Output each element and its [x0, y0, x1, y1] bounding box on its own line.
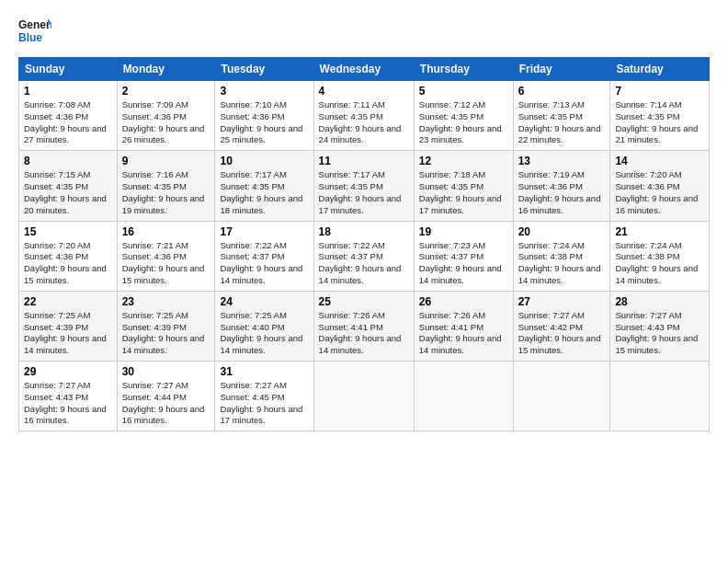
- day-number: 7: [615, 85, 704, 98]
- day-number: 17: [220, 225, 308, 238]
- week-row-3: 15 Sunrise: 7:20 AM Sunset: 4:36 PM Dayl…: [19, 221, 710, 291]
- day-cell: 27 Sunrise: 7:27 AM Sunset: 4:42 PM Dayl…: [513, 291, 610, 361]
- day-cell: 19 Sunrise: 7:23 AM Sunset: 4:37 PM Dayl…: [414, 221, 513, 291]
- day-info: Sunrise: 7:27 AM Sunset: 4:45 PM Dayligh…: [220, 380, 308, 427]
- day-info: Sunrise: 7:25 AM Sunset: 4:39 PM Dayligh…: [122, 310, 210, 357]
- header-row: SundayMondayTuesdayWednesdayThursdayFrid…: [19, 58, 710, 81]
- day-cell: 26 Sunrise: 7:26 AM Sunset: 4:41 PM Dayl…: [414, 291, 513, 361]
- day-info: Sunrise: 7:21 AM Sunset: 4:36 PM Dayligh…: [122, 240, 210, 287]
- day-number: 1: [24, 85, 112, 98]
- day-info: Sunrise: 7:26 AM Sunset: 4:41 PM Dayligh…: [419, 310, 508, 357]
- day-number: 13: [518, 155, 606, 167]
- page: General Blue SundayMondayTuesdayWednesda…: [0, 0, 728, 441]
- day-info: Sunrise: 7:14 AM Sunset: 4:35 PM Dayligh…: [615, 99, 704, 146]
- day-number: 22: [24, 295, 112, 308]
- day-number: 20: [518, 225, 606, 238]
- day-info: Sunrise: 7:23 AM Sunset: 4:37 PM Dayligh…: [419, 240, 508, 287]
- day-cell: 29 Sunrise: 7:27 AM Sunset: 4:43 PM Dayl…: [19, 362, 118, 431]
- day-info: Sunrise: 7:12 AM Sunset: 4:35 PM Dayligh…: [419, 99, 508, 146]
- day-number: 30: [122, 365, 210, 378]
- day-cell: 5 Sunrise: 7:12 AM Sunset: 4:35 PM Dayli…: [414, 81, 513, 151]
- day-cell: 30 Sunrise: 7:27 AM Sunset: 4:44 PM Dayl…: [117, 362, 215, 431]
- day-number: 16: [122, 225, 210, 238]
- col-header-thursday: Thursday: [414, 58, 513, 81]
- day-cell: 21 Sunrise: 7:24 AM Sunset: 4:38 PM Dayl…: [610, 221, 710, 291]
- col-header-friday: Friday: [513, 58, 610, 81]
- day-number: 15: [24, 225, 112, 238]
- day-cell: 7 Sunrise: 7:14 AM Sunset: 4:35 PM Dayli…: [610, 81, 710, 151]
- day-number: 19: [419, 225, 508, 238]
- day-number: 12: [419, 155, 508, 167]
- day-info: Sunrise: 7:24 AM Sunset: 4:38 PM Dayligh…: [518, 240, 606, 287]
- day-cell: 1 Sunrise: 7:08 AM Sunset: 4:36 PM Dayli…: [19, 81, 118, 151]
- day-cell: 4 Sunrise: 7:11 AM Sunset: 4:35 PM Dayli…: [313, 81, 414, 151]
- day-number: 29: [24, 365, 112, 378]
- day-number: 25: [319, 295, 409, 308]
- day-number: 11: [319, 155, 409, 167]
- day-number: 18: [319, 225, 409, 238]
- day-cell: 18 Sunrise: 7:22 AM Sunset: 4:37 PM Dayl…: [313, 221, 414, 291]
- day-number: 26: [419, 295, 508, 308]
- day-number: 21: [615, 225, 704, 238]
- header: General Blue: [18, 17, 710, 46]
- calendar-table: SundayMondayTuesdayWednesdayThursdayFrid…: [18, 57, 710, 431]
- day-info: Sunrise: 7:20 AM Sunset: 4:36 PM Dayligh…: [615, 169, 704, 216]
- day-cell: 31 Sunrise: 7:27 AM Sunset: 4:45 PM Dayl…: [215, 362, 313, 431]
- svg-text:General: General: [18, 18, 51, 31]
- week-row-4: 22 Sunrise: 7:25 AM Sunset: 4:39 PM Dayl…: [19, 291, 710, 361]
- day-cell: 22 Sunrise: 7:25 AM Sunset: 4:39 PM Dayl…: [19, 291, 118, 361]
- day-info: Sunrise: 7:27 AM Sunset: 4:44 PM Dayligh…: [122, 380, 210, 427]
- day-number: 31: [220, 365, 308, 378]
- day-number: 23: [122, 295, 210, 308]
- day-cell: 12 Sunrise: 7:18 AM Sunset: 4:35 PM Dayl…: [414, 151, 513, 221]
- day-info: Sunrise: 7:15 AM Sunset: 4:35 PM Dayligh…: [24, 169, 112, 216]
- day-info: Sunrise: 7:26 AM Sunset: 4:41 PM Dayligh…: [319, 310, 409, 357]
- week-row-1: 1 Sunrise: 7:08 AM Sunset: 4:36 PM Dayli…: [19, 81, 710, 151]
- day-number: 10: [220, 155, 308, 167]
- day-info: Sunrise: 7:09 AM Sunset: 4:36 PM Dayligh…: [122, 99, 210, 146]
- day-cell: 15 Sunrise: 7:20 AM Sunset: 4:36 PM Dayl…: [19, 221, 118, 291]
- day-cell: 16 Sunrise: 7:21 AM Sunset: 4:36 PM Dayl…: [117, 221, 215, 291]
- day-info: Sunrise: 7:22 AM Sunset: 4:37 PM Dayligh…: [220, 240, 308, 287]
- day-cell: 2 Sunrise: 7:09 AM Sunset: 4:36 PM Dayli…: [117, 81, 215, 151]
- logo-svg: General Blue: [18, 17, 51, 46]
- day-info: Sunrise: 7:20 AM Sunset: 4:36 PM Dayligh…: [24, 240, 112, 287]
- day-info: Sunrise: 7:13 AM Sunset: 4:35 PM Dayligh…: [518, 99, 606, 146]
- day-number: 4: [319, 85, 409, 98]
- day-info: Sunrise: 7:24 AM Sunset: 4:38 PM Dayligh…: [615, 240, 704, 287]
- day-info: Sunrise: 7:18 AM Sunset: 4:35 PM Dayligh…: [419, 169, 508, 216]
- day-cell: [513, 362, 610, 431]
- day-cell: 10 Sunrise: 7:17 AM Sunset: 4:35 PM Dayl…: [215, 151, 313, 221]
- day-number: 5: [419, 85, 508, 98]
- day-info: Sunrise: 7:19 AM Sunset: 4:36 PM Dayligh…: [518, 169, 606, 216]
- day-cell: [610, 362, 710, 431]
- day-info: Sunrise: 7:27 AM Sunset: 4:43 PM Dayligh…: [615, 310, 704, 357]
- day-info: Sunrise: 7:17 AM Sunset: 4:35 PM Dayligh…: [220, 169, 308, 216]
- col-header-wednesday: Wednesday: [313, 58, 414, 81]
- day-cell: 6 Sunrise: 7:13 AM Sunset: 4:35 PM Dayli…: [513, 81, 610, 151]
- day-info: Sunrise: 7:17 AM Sunset: 4:35 PM Dayligh…: [319, 169, 409, 216]
- day-cell: 24 Sunrise: 7:25 AM Sunset: 4:40 PM Dayl…: [215, 291, 313, 361]
- day-number: 27: [518, 295, 606, 308]
- day-cell: 23 Sunrise: 7:25 AM Sunset: 4:39 PM Dayl…: [117, 291, 215, 361]
- col-header-sunday: Sunday: [19, 58, 118, 81]
- day-cell: 28 Sunrise: 7:27 AM Sunset: 4:43 PM Dayl…: [610, 291, 710, 361]
- day-number: 14: [615, 155, 704, 167]
- day-number: 28: [615, 295, 704, 308]
- day-cell: 9 Sunrise: 7:16 AM Sunset: 4:35 PM Dayli…: [117, 151, 215, 221]
- day-number: 24: [220, 295, 308, 308]
- day-cell: 17 Sunrise: 7:22 AM Sunset: 4:37 PM Dayl…: [215, 221, 313, 291]
- day-info: Sunrise: 7:25 AM Sunset: 4:40 PM Dayligh…: [220, 310, 308, 357]
- day-info: Sunrise: 7:10 AM Sunset: 4:36 PM Dayligh…: [220, 99, 308, 146]
- day-info: Sunrise: 7:16 AM Sunset: 4:35 PM Dayligh…: [122, 169, 210, 216]
- day-cell: 3 Sunrise: 7:10 AM Sunset: 4:36 PM Dayli…: [215, 81, 313, 151]
- day-cell: 8 Sunrise: 7:15 AM Sunset: 4:35 PM Dayli…: [19, 151, 118, 221]
- day-info: Sunrise: 7:27 AM Sunset: 4:43 PM Dayligh…: [24, 380, 112, 427]
- day-number: 9: [122, 155, 210, 167]
- day-number: 3: [220, 85, 308, 98]
- logo: General Blue: [18, 17, 51, 46]
- day-cell: 11 Sunrise: 7:17 AM Sunset: 4:35 PM Dayl…: [313, 151, 414, 221]
- day-cell: [313, 362, 414, 431]
- day-info: Sunrise: 7:25 AM Sunset: 4:39 PM Dayligh…: [24, 310, 112, 357]
- col-header-saturday: Saturday: [610, 58, 710, 81]
